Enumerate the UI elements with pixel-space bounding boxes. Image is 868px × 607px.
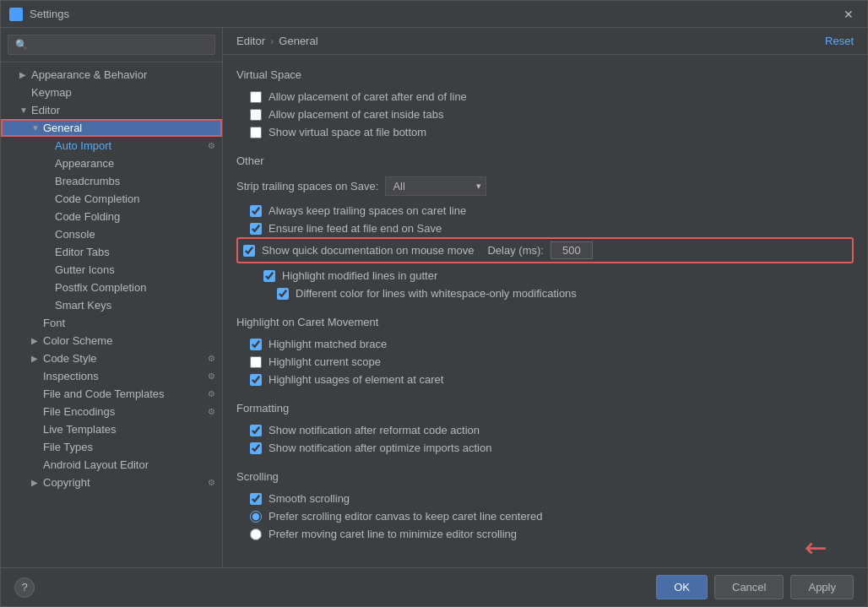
sidebar-item-auto-import[interactable]: Auto Import ⚙ [1, 137, 222, 154]
expand-arrow: ▶ [31, 336, 43, 345]
checkbox-highlight-gutter-input[interactable] [263, 270, 275, 282]
checkbox-smooth-scrolling-input[interactable] [250, 493, 262, 505]
section-title-formatting: Formatting [236, 402, 854, 415]
formatting-section: Formatting Show notification after refor… [236, 402, 854, 457]
search-box [1, 28, 222, 62]
sidebar-item-gutter-icons[interactable]: Gutter Icons [1, 261, 222, 279]
checkbox-ensure-line-feed: Ensure line feed at file end on Save [236, 219, 854, 237]
app-icon [9, 8, 23, 21]
checkbox-label: Allow placement of caret after end of li… [269, 90, 467, 103]
sidebar-item-label: Code Completion [55, 192, 139, 205]
search-input[interactable] [8, 35, 215, 55]
expand-arrow: ▼ [19, 106, 31, 115]
sidebar-item-label: Appearance [55, 157, 114, 170]
highlight-caret-section: Highlight on Caret Movement Highlight ma… [236, 316, 854, 388]
checkbox-allow-caret-end: Allow placement of caret after end of li… [236, 88, 854, 106]
panel-header: Editor › General Reset [223, 28, 867, 55]
breadcrumb-general: General [279, 35, 317, 47]
checkbox-highlight-matched-brace-input[interactable] [250, 339, 262, 350]
sidebar-item-label: Editor [31, 104, 60, 117]
sidebar-item-file-encodings[interactable]: File Encodings ⚙ [1, 403, 222, 420]
radio-caret-centered-input[interactable] [250, 511, 262, 523]
checkbox-allow-caret-end-input[interactable] [250, 91, 262, 103]
section-title-highlight-caret: Highlight on Caret Movement [236, 316, 854, 328]
sidebar-item-inspections[interactable]: Inspections ⚙ [1, 367, 222, 385]
checkbox-ensure-line-feed-input[interactable] [250, 223, 262, 235]
sidebar-item-appearance-behavior[interactable]: ▶ Appearance & Behavior [1, 66, 222, 84]
sidebar-item-smart-keys[interactable]: Smart Keys [1, 296, 222, 314]
virtual-space-section: Virtual Space Allow placement of caret a… [236, 68, 854, 141]
checkbox-diff-color-input[interactable] [277, 288, 289, 300]
quick-doc-label: Show quick documentation on mouse move [262, 244, 474, 257]
help-button[interactable]: ? [14, 577, 35, 598]
sidebar-item-postfix-completion[interactable]: Postfix Completion [1, 279, 222, 296]
other-section: Other Strip trailing spaces on Save: Non… [236, 154, 854, 302]
sidebar-item-copyright[interactable]: ▶ Copyright ⚙ [1, 474, 222, 491]
sidebar-item-font[interactable]: Font [1, 314, 222, 332]
radio-prefer-minimize: Prefer moving caret line to minimize edi… [236, 525, 854, 543]
config-icon: ⚙ [208, 371, 215, 381]
expand-arrow: ▶ [31, 354, 43, 363]
sidebar-item-label: Copyright [43, 476, 90, 489]
checkbox-label: Highlight usages of element at caret [269, 373, 443, 386]
checkbox-notify-optimize-input[interactable] [250, 442, 262, 454]
config-icon: ⚙ [208, 354, 215, 363]
config-icon: ⚙ [208, 478, 215, 487]
breadcrumb: Editor › General [236, 35, 318, 47]
sidebar-item-code-completion[interactable]: Code Completion [1, 190, 222, 208]
reset-button[interactable]: Reset [825, 35, 854, 47]
sidebar-item-live-templates[interactable]: Live Templates [1, 420, 222, 438]
sidebar-item-general[interactable]: ▼ General [1, 119, 222, 137]
sidebar-item-android-layout-editor[interactable]: Android Layout Editor [1, 456, 222, 474]
checkbox-allow-caret-tabs-input[interactable] [250, 109, 262, 121]
checkbox-label: Allow placement of caret inside tabs [269, 108, 443, 121]
close-button[interactable]: ✕ [838, 6, 859, 23]
sidebar-item-editor[interactable]: ▼ Editor [1, 101, 222, 119]
section-title-virtual-space: Virtual Space [236, 68, 854, 81]
radio-label: Prefer moving caret line to minimize edi… [269, 528, 517, 540]
sidebar-item-console[interactable]: Console [1, 225, 222, 243]
expand-arrow: ▼ [31, 123, 43, 133]
apply-button[interactable]: Apply [790, 575, 854, 599]
delay-input[interactable] [551, 241, 593, 259]
sidebar-item-label: Android Layout Editor [43, 458, 149, 471]
sidebar-item-label: Console [55, 228, 95, 241]
expand-arrow: ▶ [19, 70, 31, 79]
sidebar-item-label: File Types [43, 441, 93, 453]
ok-button[interactable]: OK [656, 575, 708, 599]
breadcrumb-editor: Editor [236, 35, 265, 47]
checkbox-label: Show notification after reformat code ac… [269, 424, 480, 436]
sidebar-item-code-style[interactable]: ▶ Code Style ⚙ [1, 350, 222, 367]
sidebar-item-code-folding[interactable]: Code Folding [1, 208, 222, 225]
checkbox-highlight-current-scope-input[interactable] [250, 356, 262, 368]
window-title: Settings [30, 8, 838, 20]
sidebar-item-label: Keymap [31, 86, 72, 99]
checkbox-keep-trailing-caret-input[interactable] [250, 205, 262, 217]
sidebar-item-keymap[interactable]: Keymap [1, 84, 222, 101]
sidebar-item-appearance[interactable]: Appearance [1, 154, 222, 172]
sidebar-item-label: Smart Keys [55, 299, 111, 312]
checkbox-notify-reformat-input[interactable] [250, 425, 262, 436]
sidebar-item-color-scheme[interactable]: ▶ Color Scheme [1, 332, 222, 350]
sidebar-item-label: Live Templates [43, 423, 116, 436]
checkbox-label: Highlight matched brace [269, 338, 387, 350]
sidebar-item-file-code-templates[interactable]: File and Code Templates ⚙ [1, 385, 222, 403]
checkbox-keep-trailing-caret: Always keep trailing spaces on caret lin… [236, 202, 854, 219]
checkbox-show-virtual-bottom-input[interactable] [250, 127, 262, 138]
radio-minimize-input[interactable] [250, 528, 262, 540]
sidebar-item-label: Inspections [43, 370, 99, 382]
sidebar-item-file-types[interactable]: File Types [1, 438, 222, 456]
checkbox-notify-reformat: Show notification after reformat code ac… [236, 421, 854, 439]
section-title-scrolling: Scrolling [236, 470, 854, 483]
strip-select[interactable]: None All Modified Lines [385, 176, 486, 196]
checkbox-quick-doc-input[interactable] [243, 245, 255, 257]
sidebar-item-breadcrumbs[interactable]: Breadcrumbs [1, 172, 222, 190]
cancel-button[interactable]: Cancel [714, 575, 784, 599]
section-title-other: Other [236, 154, 854, 167]
checkbox-label: Ensure line feed at file end on Save [269, 222, 442, 235]
settings-window: Settings ✕ ▶ Appearance & Behavior Keyma… [0, 0, 868, 607]
checkbox-highlight-usages-input[interactable] [250, 374, 262, 386]
checkbox-allow-caret-tabs: Allow placement of caret inside tabs [236, 106, 854, 123]
sidebar-item-editor-tabs[interactable]: Editor Tabs [1, 243, 222, 261]
expand-arrow: ▶ [31, 478, 43, 487]
